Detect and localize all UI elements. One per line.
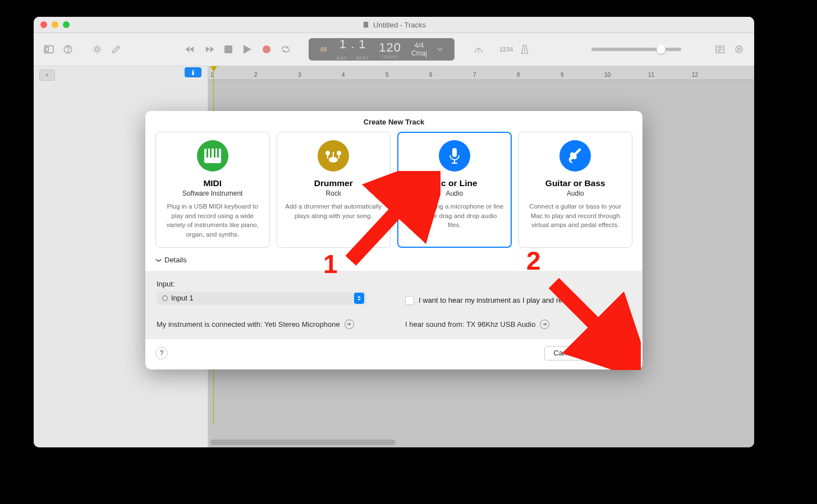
ruler-tick: 9 [561,72,564,78]
card-title: Guitar or Bass [525,178,627,188]
stepper-icon[interactable] [354,293,364,304]
svg-rect-2 [45,47,48,52]
chevron-down-icon: ❯ [156,257,162,262]
titlebar: Untitled - Tracks [34,17,754,33]
svg-rect-12 [206,149,208,158]
svg-rect-15 [217,149,219,158]
track-type-midi[interactable]: MIDI Software Instrument Plug in a USB M… [155,132,270,248]
svg-rect-23 [454,160,455,163]
track-type-mic-or-line[interactable]: Mic or Line Audio Record using a microph… [397,132,512,248]
lcd-timesig: 4/4 [411,41,427,49]
window-title: Untitled - Tracks [34,21,754,29]
toolbar: 00 1 . 1 BAR BEAT 120 TEMPO 4/4 Cmaj 123… [34,33,754,66]
svg-rect-22 [452,148,457,157]
help-button[interactable] [61,42,75,57]
ruler-tick: 3 [298,72,301,78]
arrow-right-icon[interactable]: ➔ [345,320,354,329]
card-title: Drummer [283,178,385,188]
create-new-track-modal: Create New Track MIDI Software Instrumen… [145,111,642,369]
ruler-tick: 10 [604,72,611,78]
card-title: MIDI [162,178,264,188]
input-dropdown[interactable]: Input 1 [157,292,366,305]
svg-rect-20 [327,153,328,159]
output-device-label: I hear sound from: TX 96Khz USB Audio [405,320,535,329]
track-type-drummer[interactable]: Drummer Rock Add a drummer that automati… [277,132,391,248]
edit-button[interactable] [109,42,123,57]
svg-rect-14 [214,149,215,158]
lcd-display[interactable]: 00 1 . 1 BAR BEAT 120 TEMPO 4/4 Cmaj [309,38,455,61]
drumkit-icon [318,140,349,172]
monitor-checkbox[interactable] [405,296,414,305]
volume-knob[interactable] [657,45,665,54]
svg-rect-21 [338,153,339,159]
modal-footer: ? Cancel Create [145,339,642,369]
ruler-tick: 4 [342,72,345,78]
playhead-icon[interactable] [210,66,217,72]
create-button[interactable]: Create [591,346,632,360]
lcd-key: Cmaj [411,49,427,57]
volume-slider[interactable] [591,48,681,51]
ruler-tick: 12 [692,72,698,78]
card-desc: Add a drummer that automatically plays a… [283,202,385,220]
svg-rect-13 [210,149,212,158]
svg-point-9 [736,46,742,53]
card-subtitle: Rock [283,189,385,197]
details-panel: Input: Input 1 I want to hear my instrum… [145,271,642,339]
help-button[interactable]: ? [155,347,168,359]
lcd-position: 1 . 1 [337,37,369,52]
input-value: Input 1 [171,294,194,302]
cancel-button[interactable]: Cancel [544,346,586,360]
marker-icon[interactable] [185,67,201,77]
ruler-tick: 5 [385,72,389,78]
brightness-button[interactable] [90,42,104,57]
input-device-label: My instrument is connected with: Yeti St… [157,320,340,329]
guitar-icon [559,140,591,172]
microphone-icon [439,140,470,172]
details-label: Details [164,256,187,264]
loop-browser-button[interactable] [732,42,746,57]
record-button[interactable] [259,42,274,57]
app-window: Untitled - Tracks 00 [34,17,754,447]
ruler-tick: 11 [648,72,654,78]
ruler-tick: 2 [254,72,258,78]
play-button[interactable] [240,42,255,57]
cycle-button[interactable] [278,42,293,57]
ruler[interactable]: 1 2 3 4 5 6 7 8 9 10 11 12 [208,66,754,80]
rewind-button[interactable] [183,42,198,57]
monitor-label: I want to hear my instrument as I play a… [419,296,577,304]
svg-point-4 [67,51,68,52]
card-desc: Record using a microphone or line input … [403,202,506,230]
input-jack-icon [162,295,168,301]
metronome-button[interactable] [517,42,532,57]
track-type-guitar-or-bass[interactable]: Guitar or Bass Audio Connect a guitar or… [518,132,633,248]
card-title: Mic or Line [403,178,506,188]
svg-point-5 [95,48,99,51]
track-type-grid: MIDI Software Instrument Plug in a USB M… [145,132,642,256]
input-label: Input: [157,280,383,288]
modal-title: Create New Track [145,111,642,132]
card-desc: Connect a guitar or bass to your Mac to … [525,202,627,230]
ruler-tick: 7 [473,72,476,78]
horizontal-scrollbar[interactable] [210,440,396,445]
svg-rect-17 [333,152,334,158]
library-button[interactable] [42,42,56,57]
piano-icon [197,140,228,172]
add-track-button[interactable]: + [39,70,55,81]
svg-point-10 [738,48,741,51]
notepad-button[interactable] [713,42,727,57]
stop-button[interactable] [221,42,236,57]
svg-rect-24 [452,163,457,164]
tuner-button[interactable] [471,42,486,57]
forward-button[interactable] [202,42,217,57]
ruler-tick: 6 [429,72,433,78]
svg-rect-6 [224,45,232,53]
svg-point-16 [329,157,338,163]
details-toggle[interactable]: ❯ Details [145,256,642,271]
card-subtitle: Audio [525,189,627,197]
arrow-right-icon[interactable]: ➔ [540,320,549,329]
svg-point-7 [263,45,270,53]
card-subtitle: Software Instrument [162,189,264,197]
countin-button[interactable]: 1234 [499,42,513,57]
window-title-text: Untitled - Tracks [373,21,426,29]
chevron-down-icon[interactable] [437,47,443,52]
